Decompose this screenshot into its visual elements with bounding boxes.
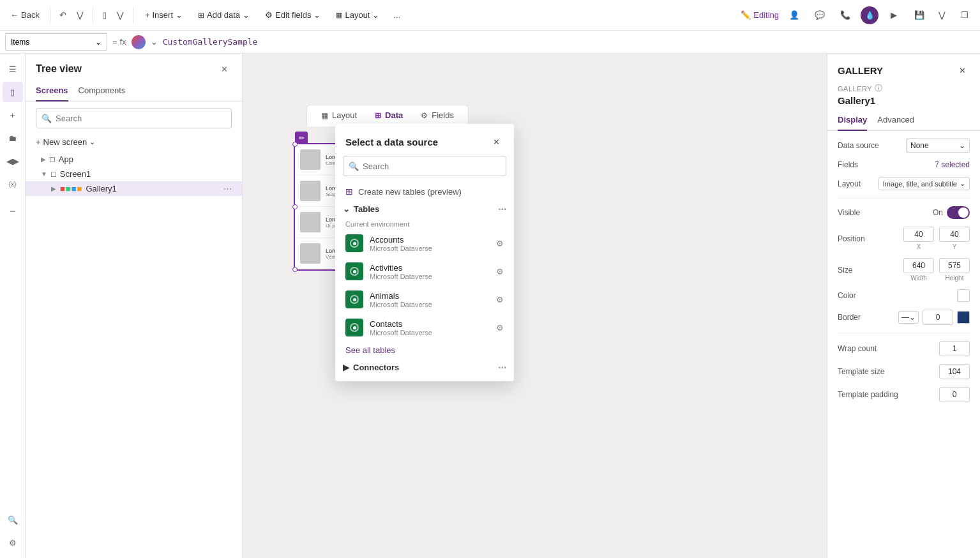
tree-item-gallery1[interactable]: ▶ ■■■■ Gallery1 ⋯ — [26, 181, 242, 196]
layout-tab-icon: ▦ — [321, 111, 328, 120]
prop-color-swatch[interactable] — [957, 289, 970, 302]
play-button[interactable]: ▶ — [884, 5, 904, 26]
prop-template-size-label: Template size — [838, 367, 884, 376]
add-icon-button[interactable]: + — [3, 105, 23, 125]
tree-tab-components[interactable]: Components — [79, 82, 126, 102]
see-all-tables-link[interactable]: See all tables — [335, 342, 514, 359]
table-item-activities[interactable]: Activities Microsoft Dataverse ⚙ — [335, 257, 514, 285]
prop-y-input[interactable]: 40 — [939, 227, 970, 242]
create-tables-button[interactable]: ⊞ Create new tables (preview) — [335, 183, 514, 200]
dialog-search-box: 🔍 — [343, 156, 506, 176]
tree-search-input[interactable] — [56, 114, 226, 123]
tree-item-app[interactable]: ▶ □ App — [26, 152, 242, 167]
tree-tab-screens[interactable]: Screens — [36, 82, 68, 102]
undo-button[interactable]: ↶ — [56, 8, 70, 22]
gallery1-more-button[interactable]: ⋯ — [223, 184, 232, 193]
connectors-more-button[interactable]: ⋯ — [498, 363, 506, 372]
prop-x-input[interactable]: 40 — [903, 227, 934, 242]
prop-height-input[interactable]: 575 — [939, 258, 970, 273]
avatar[interactable]: 💧 — [861, 6, 878, 24]
visible-toggle[interactable] — [947, 206, 970, 219]
insert-button[interactable]: + Insert ⌄ — [139, 8, 189, 22]
props-gallery-name: Gallery1 — [827, 95, 980, 111]
search-icon-button[interactable]: 🔍 — [3, 509, 23, 530]
props-close-button[interactable]: ✕ — [954, 63, 970, 78]
prop-template-size-input[interactable]: 104 — [939, 364, 970, 379]
layers-icon-button[interactable]: ▯ — [3, 82, 23, 102]
props-body: Data source None ⌄ Fields 7 selected Lay… — [827, 131, 980, 410]
person-icon-button[interactable]: 👤 — [784, 5, 804, 26]
resize-handle-tl[interactable] — [292, 142, 298, 147]
tree-item-screen1[interactable]: ▼ □ Screen1 — [26, 167, 242, 181]
dialog-close-button[interactable]: ✕ — [488, 134, 504, 149]
code-icon-button[interactable]: ◀▶ — [3, 151, 23, 171]
dialog-search-input[interactable] — [363, 162, 501, 171]
right-chevron-button[interactable]: ⋁ — [935, 8, 949, 22]
resize-handle-ml[interactable] — [292, 204, 298, 209]
table-item-contacts[interactable]: Contacts Microsoft Dataverse ⚙ — [335, 313, 514, 342]
activities-name: Activities — [370, 263, 490, 273]
variables-icon-button[interactable]: (x) — [3, 174, 23, 194]
animals-icon — [345, 290, 363, 308]
tree-title: Tree view — [36, 63, 82, 75]
database-icon-button[interactable]: 🖿 — [3, 128, 23, 148]
accounts-more-button[interactable]: ⚙ — [496, 239, 504, 248]
prop-border-num-input[interactable]: 0 — [923, 310, 953, 325]
canvas-area[interactable]: ▦ Layout ⊞ Data ⚙ Fields ✏ Lorem ipsum 1 — [243, 54, 827, 558]
prop-fields-link[interactable]: 7 selected — [935, 160, 970, 169]
more-button[interactable]: ... — [388, 8, 405, 22]
activities-more-button[interactable]: ⚙ — [496, 267, 504, 276]
copy-button[interactable]: ▯ — [98, 8, 110, 22]
border-style-select[interactable]: — ⌄ — [898, 311, 919, 324]
prop-x-group: 40 X — [903, 227, 934, 250]
connectors-section-header[interactable]: ▶ Connectors ⋯ — [335, 359, 514, 376]
save-button[interactable]: 💾 — [909, 5, 930, 26]
phone-icon-button[interactable]: 📞 — [835, 5, 856, 26]
property-dropdown[interactable]: Items ⌄ — [5, 33, 107, 51]
back-button[interactable]: ← Back — [5, 8, 45, 22]
props-tabs: Display Advanced — [827, 111, 980, 131]
editing-button[interactable]: ✏️ Editing — [741, 10, 779, 20]
expand-button[interactable]: ❐ — [954, 5, 975, 26]
prop-datasource-dropdown[interactable]: None ⌄ — [906, 139, 970, 153]
hamburger-icon-button[interactable]: ☰ — [3, 59, 23, 79]
props-tab-display[interactable]: Display — [838, 111, 867, 131]
layout-button[interactable]: ▦ Layout ⌄ — [329, 8, 386, 22]
contacts-text: Contacts Microsoft Dataverse — [370, 319, 490, 336]
contacts-name: Contacts — [370, 319, 490, 329]
animals-more-button[interactable]: ⚙ — [496, 295, 504, 305]
screen1-icon: □ — [51, 169, 56, 179]
prop-template-padding-input[interactable]: 0 — [939, 387, 970, 402]
props-tab-advanced[interactable]: Advanced — [877, 111, 914, 131]
table-item-animals[interactable]: Animals Microsoft Dataverse ⚙ — [335, 285, 514, 313]
prop-border-controls: — ⌄ 0 — [898, 310, 970, 325]
comment-icon-button[interactable]: 💬 — [810, 5, 830, 26]
activities-icon-inner — [350, 267, 359, 276]
tables-more-button[interactable]: ⋯ — [498, 204, 506, 214]
color-circle[interactable] — [132, 35, 146, 49]
formula-input[interactable] — [163, 33, 975, 51]
add-data-button[interactable]: ⊞ Add data ⌄ — [192, 8, 256, 22]
controls-icon-button[interactable]: ⎯ — [3, 197, 23, 217]
table-item-accounts[interactable]: Accounts Microsoft Dataverse ⚙ — [335, 229, 514, 257]
tables-section-header[interactable]: ⌄ Tables ⋯ — [335, 200, 514, 218]
panel-tab-fields-label: Fields — [432, 110, 454, 120]
hamburger-icon: ☰ — [9, 64, 17, 74]
new-screen-button[interactable]: + New screen ⌄ — [26, 135, 242, 149]
help-icon[interactable]: ⓘ — [875, 83, 883, 94]
undo-dropdown-button[interactable]: ⋁ — [73, 8, 87, 22]
datasource-chevron-icon: ⌄ — [959, 141, 965, 150]
tree-close-button[interactable]: ✕ — [216, 61, 232, 77]
dialog-title: Select a data source — [345, 137, 438, 147]
prop-layout-dropdown[interactable]: Image, title, and subtitle ⌄ — [878, 177, 970, 190]
resize-handle-bl[interactable] — [292, 267, 298, 272]
settings-icon-button[interactable]: ⚙ — [3, 532, 23, 553]
prop-width-input[interactable]: 640 — [903, 258, 934, 273]
prop-border-color-swatch[interactable] — [957, 311, 970, 324]
add-icon: + — [10, 110, 15, 120]
contacts-more-button[interactable]: ⚙ — [496, 323, 504, 333]
chevron-down-icon2[interactable]: ⌄ — [151, 37, 158, 47]
prop-wrap-count-input[interactable]: 1 — [939, 341, 970, 356]
edit-fields-button[interactable]: ⚙ Edit fields ⌄ — [259, 8, 327, 22]
copy-dropdown-button[interactable]: ⋁ — [113, 8, 128, 22]
